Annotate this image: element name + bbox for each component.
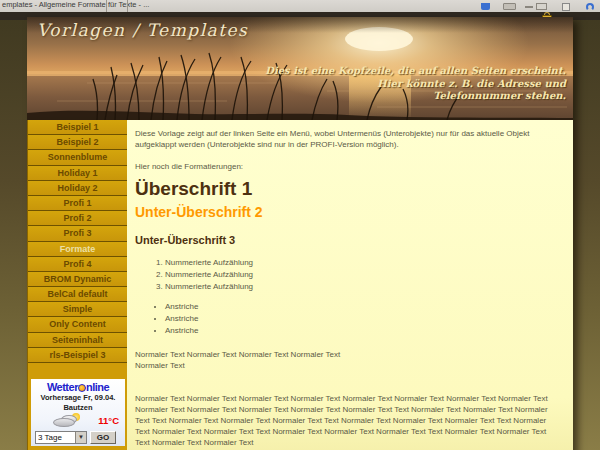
- list-item: Nummerierte Aufzählung: [165, 269, 561, 280]
- window-icon[interactable]: [536, 3, 547, 10]
- sidebar-item-sonnenblume[interactable]: Sonnenblume: [28, 150, 127, 165]
- select-value: 3 Tage: [36, 432, 75, 443]
- normal-text-line: Normaler Text Normaler Text Normaler Tex…: [135, 349, 561, 360]
- tagline-line: Hier könnte z. B. die Adresse und: [265, 78, 566, 91]
- forecast-city: Bautzen: [31, 403, 125, 413]
- sidebar-item-simple[interactable]: Simple: [28, 302, 127, 317]
- temperature-value: 11°C: [98, 415, 119, 426]
- list-item: Anstriche: [165, 313, 561, 324]
- main-content: Diese Vorlage zeigt auf der linken Seite…: [127, 120, 573, 450]
- list-item: Nummerierte Aufzählung: [165, 281, 561, 292]
- logo-text-wetter: Wetter: [47, 381, 78, 393]
- forecast-range-select[interactable]: 3 Tage ▼: [35, 431, 87, 444]
- sidebar-item-holiday-2[interactable]: Holiday 2: [28, 181, 127, 196]
- tagline-line: Telefonnummer stehen.: [265, 90, 566, 103]
- partly-cloudy-icon: [53, 414, 83, 427]
- sidebar-item-formate[interactable]: Formate: [28, 242, 127, 257]
- browser-toolbar-icon[interactable]: [481, 3, 490, 10]
- website-template: Vorlagen / Templates Dies ist eine Kopfz…: [27, 17, 573, 450]
- page: emplates - Allgemeine Formate für Texte …: [0, 0, 600, 450]
- chevron-down-icon[interactable]: ▼: [75, 432, 86, 443]
- sidebar-item-profi-1[interactable]: Profi 1: [28, 196, 127, 211]
- sidebar-item-profi-3[interactable]: Profi 3: [28, 226, 127, 241]
- normal-text-line: Normaler Text: [135, 360, 561, 371]
- header-tagline: Dies ist eine Kopfzeile, die auf allen S…: [265, 65, 566, 103]
- numbered-list: Nummerierte Aufzählung Nummerierte Aufzä…: [135, 257, 561, 292]
- sidebar-item-beispiel-2[interactable]: Beispiel 2: [28, 135, 127, 150]
- heading-1: Überschrift 1: [135, 183, 561, 194]
- sidebar-item-seiteninhalt[interactable]: Seiteninhalt: [28, 333, 127, 348]
- list-item: Anstriche: [165, 301, 561, 312]
- go-button[interactable]: GO: [90, 431, 116, 444]
- lead-paragraph: Hier noch die Formatierungen:: [135, 161, 561, 172]
- page-icon[interactable]: [562, 3, 570, 11]
- browser-tab-bar: emplates - Allgemeine Formate für Texte …: [0, 0, 600, 12]
- header-banner: Vorlagen / Templates Dies ist eine Kopfz…: [27, 17, 573, 120]
- sun-icon: [78, 384, 86, 392]
- minimize-icon[interactable]: [525, 6, 533, 8]
- normal-text-paragraph: Normaler Text Normaler Text Normaler Tex…: [135, 393, 561, 448]
- sidebar-item-rls-beispiel-3[interactable]: rls-Beispiel 3: [28, 348, 127, 363]
- logo-text-online: nline: [86, 381, 109, 393]
- tab-separator: [127, 0, 128, 12]
- sidebar-menu: Beispiel 1 Beispiel 2 Sonnenblume Holida…: [27, 120, 127, 450]
- sidebar-item-holiday-1[interactable]: Holiday 1: [28, 166, 127, 181]
- sidebar-item-only-content[interactable]: Only Content: [28, 317, 127, 332]
- printer-icon[interactable]: [503, 3, 516, 10]
- sidebar-item-brom-dynamic[interactable]: BROM Dynamic: [28, 272, 127, 287]
- sidebar-item-beispiel-1[interactable]: Beispiel 1: [28, 120, 127, 135]
- tab-separator: [106, 0, 107, 12]
- sidebar-item-profi-2[interactable]: Profi 2: [28, 211, 127, 226]
- forecast-date: Vorhersage Fr, 09.04.: [31, 393, 125, 403]
- list-item: Anstriche: [165, 325, 561, 336]
- tagline-line: Dies ist eine Kopfzeile, die auf allen S…: [265, 65, 566, 78]
- sidebar-item-belcal-default[interactable]: BelCal default: [28, 287, 127, 302]
- weather-widget: Wetternline Vorhersage Fr, 09.04. Bautze…: [31, 379, 125, 446]
- wetteronline-logo[interactable]: Wetternline: [31, 381, 125, 393]
- help-icon[interactable]: [586, 3, 594, 11]
- site-title: Vorlagen / Templates: [37, 20, 248, 40]
- bullet-list: Anstriche Anstriche Anstriche: [135, 301, 561, 336]
- sidebar-item-profi-4[interactable]: Profi 4: [28, 257, 127, 272]
- list-item: Nummerierte Aufzählung: [165, 257, 561, 268]
- heading-2: Unter-Überschrift 2: [135, 207, 561, 218]
- intro-paragraph: Diese Vorlage zeigt auf der linken Seite…: [135, 128, 561, 150]
- heading-3: Unter-Überschrift 3: [135, 235, 561, 246]
